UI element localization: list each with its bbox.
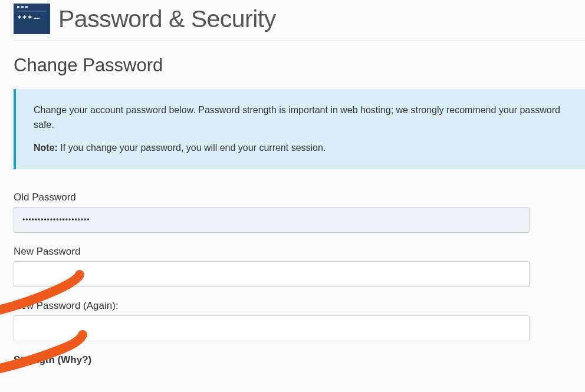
page-title: Password & Security [58, 5, 276, 33]
new-password-again-group: New Password (Again): [14, 300, 585, 341]
strength-label: Strength (Why?) [14, 354, 585, 366]
new-password-input[interactable] [14, 261, 530, 287]
section-title: Change Password [14, 55, 585, 76]
info-alert: Change your account password below. Pass… [14, 89, 585, 169]
new-password-label: New Password [14, 246, 585, 258]
alert-text-line1: Change your account password below. Pass… [34, 103, 567, 133]
alert-note: Note: If you change your password, you w… [34, 141, 567, 156]
new-password-again-label: New Password (Again): [14, 300, 585, 312]
old-password-input[interactable] [14, 207, 530, 233]
page-header: *** Password & Security [14, 0, 585, 41]
old-password-group: Old Password [14, 192, 585, 233]
new-password-again-input[interactable] [14, 315, 530, 341]
alert-note-text: If you change your password, you will en… [58, 143, 326, 153]
old-password-label: Old Password [14, 192, 585, 203]
alert-note-label: Note: [34, 143, 58, 153]
new-password-group: New Password [14, 246, 585, 287]
password-security-icon: *** [14, 4, 50, 34]
